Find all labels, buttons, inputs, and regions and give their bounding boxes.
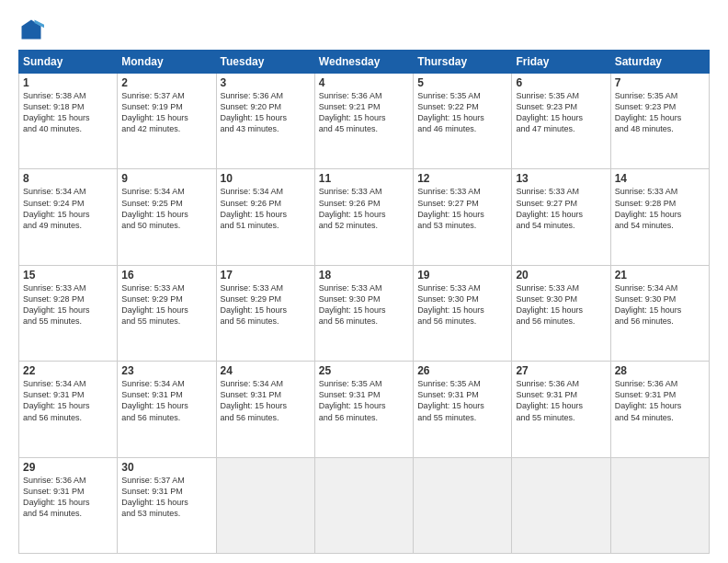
day-number: 13 — [516, 172, 606, 185]
day-number: 6 — [516, 76, 606, 89]
calendar-day-cell: 8Sunrise: 5:34 AMSunset: 9:24 PMDaylight… — [19, 169, 118, 265]
calendar-day-cell: 30Sunrise: 5:37 AMSunset: 9:31 PMDayligh… — [118, 457, 216, 553]
calendar-week-row: 8Sunrise: 5:34 AMSunset: 9:24 PMDaylight… — [19, 169, 710, 265]
calendar-day-cell: 14Sunrise: 5:33 AMSunset: 9:28 PMDayligh… — [610, 169, 709, 265]
calendar-day-cell — [216, 457, 314, 553]
calendar-day-cell: 28Sunrise: 5:36 AMSunset: 9:31 PMDayligh… — [610, 362, 709, 457]
day-info: Sunrise: 5:35 AMSunset: 9:31 PMDaylight:… — [319, 378, 409, 423]
day-info: Sunrise: 5:36 AMSunset: 9:31 PMDaylight:… — [23, 475, 113, 520]
calendar-day-cell: 5Sunrise: 5:35 AMSunset: 9:22 PMDaylight… — [414, 74, 512, 169]
calendar-day-cell: 25Sunrise: 5:35 AMSunset: 9:31 PMDayligh… — [314, 362, 413, 457]
day-info: Sunrise: 5:37 AMSunset: 9:31 PMDaylight:… — [121, 475, 211, 520]
day-info: Sunrise: 5:33 AMSunset: 9:26 PMDaylight:… — [319, 186, 409, 231]
day-info: Sunrise: 5:34 AMSunset: 9:30 PMDaylight:… — [615, 282, 705, 327]
calendar-day-cell: 13Sunrise: 5:33 AMSunset: 9:27 PMDayligh… — [512, 169, 610, 265]
day-info: Sunrise: 5:33 AMSunset: 9:27 PMDaylight:… — [417, 186, 507, 231]
day-info: Sunrise: 5:34 AMSunset: 9:31 PMDaylight:… — [221, 378, 311, 423]
day-info: Sunrise: 5:33 AMSunset: 9:30 PMDaylight:… — [516, 282, 606, 327]
day-info: Sunrise: 5:34 AMSunset: 9:26 PMDaylight:… — [221, 186, 311, 231]
day-number: 11 — [319, 172, 409, 185]
day-number: 3 — [221, 76, 311, 89]
calendar-day-cell: 3Sunrise: 5:36 AMSunset: 9:20 PMDaylight… — [216, 74, 314, 169]
day-info: Sunrise: 5:35 AMSunset: 9:23 PMDaylight:… — [615, 90, 705, 135]
calendar-day-header: Thursday — [414, 51, 512, 74]
day-number: 2 — [121, 76, 211, 89]
calendar-day-cell: 17Sunrise: 5:33 AMSunset: 9:29 PMDayligh… — [216, 265, 314, 361]
calendar-day-header: Saturday — [610, 51, 709, 74]
day-number: 19 — [417, 269, 507, 282]
day-number: 18 — [319, 269, 409, 282]
day-info: Sunrise: 5:33 AMSunset: 9:27 PMDaylight:… — [516, 186, 606, 231]
day-number: 16 — [121, 269, 211, 282]
calendar-day-header: Wednesday — [314, 51, 413, 74]
calendar-day-cell: 15Sunrise: 5:33 AMSunset: 9:28 PMDayligh… — [19, 265, 118, 361]
day-number: 29 — [23, 461, 113, 474]
calendar-week-row: 1Sunrise: 5:38 AMSunset: 9:18 PMDaylight… — [19, 74, 710, 169]
calendar-day-header: Sunday — [19, 51, 118, 74]
calendar-day-cell: 22Sunrise: 5:34 AMSunset: 9:31 PMDayligh… — [19, 362, 118, 457]
calendar-day-cell: 11Sunrise: 5:33 AMSunset: 9:26 PMDayligh… — [314, 169, 413, 265]
calendar-day-header: Friday — [512, 51, 610, 74]
header — [18, 17, 710, 42]
logo-icon — [18, 17, 44, 42]
day-number: 20 — [516, 269, 606, 282]
calendar-day-header: Monday — [118, 51, 216, 74]
day-number: 8 — [23, 172, 113, 185]
day-info: Sunrise: 5:36 AMSunset: 9:31 PMDaylight:… — [516, 378, 606, 423]
day-info: Sunrise: 5:35 AMSunset: 9:22 PMDaylight:… — [417, 90, 507, 135]
day-info: Sunrise: 5:38 AMSunset: 9:18 PMDaylight:… — [23, 90, 113, 135]
calendar-day-cell: 18Sunrise: 5:33 AMSunset: 9:30 PMDayligh… — [314, 265, 413, 361]
day-info: Sunrise: 5:33 AMSunset: 9:29 PMDaylight:… — [121, 282, 211, 327]
day-info: Sunrise: 5:34 AMSunset: 9:31 PMDaylight:… — [121, 378, 211, 423]
day-number: 30 — [121, 461, 211, 474]
day-info: Sunrise: 5:33 AMSunset: 9:30 PMDaylight:… — [417, 282, 507, 327]
day-number: 10 — [221, 172, 311, 185]
calendar-day-cell: 24Sunrise: 5:34 AMSunset: 9:31 PMDayligh… — [216, 362, 314, 457]
calendar-week-row: 29Sunrise: 5:36 AMSunset: 9:31 PMDayligh… — [19, 457, 710, 553]
calendar-day-cell: 16Sunrise: 5:33 AMSunset: 9:29 PMDayligh… — [118, 265, 216, 361]
day-number: 26 — [417, 364, 507, 377]
calendar-week-row: 22Sunrise: 5:34 AMSunset: 9:31 PMDayligh… — [19, 362, 710, 457]
day-info: Sunrise: 5:33 AMSunset: 9:29 PMDaylight:… — [221, 282, 311, 327]
calendar-day-cell: 6Sunrise: 5:35 AMSunset: 9:23 PMDaylight… — [512, 74, 610, 169]
day-number: 25 — [319, 364, 409, 377]
calendar-day-cell: 20Sunrise: 5:33 AMSunset: 9:30 PMDayligh… — [512, 265, 610, 361]
day-number: 4 — [319, 76, 409, 89]
day-number: 7 — [615, 76, 705, 89]
calendar-week-row: 15Sunrise: 5:33 AMSunset: 9:28 PMDayligh… — [19, 265, 710, 361]
day-info: Sunrise: 5:34 AMSunset: 9:25 PMDaylight:… — [121, 186, 211, 231]
calendar-day-cell — [414, 457, 512, 553]
day-info: Sunrise: 5:33 AMSunset: 9:28 PMDaylight:… — [615, 186, 705, 231]
day-number: 15 — [23, 269, 113, 282]
calendar-day-header: Tuesday — [216, 51, 314, 74]
day-info: Sunrise: 5:34 AMSunset: 9:24 PMDaylight:… — [23, 186, 113, 231]
day-info: Sunrise: 5:35 AMSunset: 9:31 PMDaylight:… — [417, 378, 507, 423]
day-info: Sunrise: 5:37 AMSunset: 9:19 PMDaylight:… — [121, 90, 211, 135]
day-number: 21 — [615, 269, 705, 282]
calendar-day-cell: 9Sunrise: 5:34 AMSunset: 9:25 PMDaylight… — [118, 169, 216, 265]
day-number: 14 — [615, 172, 705, 185]
calendar-day-cell: 19Sunrise: 5:33 AMSunset: 9:30 PMDayligh… — [414, 265, 512, 361]
day-info: Sunrise: 5:33 AMSunset: 9:30 PMDaylight:… — [319, 282, 409, 327]
page: SundayMondayTuesdayWednesdayThursdayFrid… — [0, 0, 728, 563]
day-number: 17 — [221, 269, 311, 282]
day-number: 27 — [516, 364, 606, 377]
day-number: 23 — [121, 364, 211, 377]
day-number: 24 — [221, 364, 311, 377]
logo — [18, 17, 48, 42]
calendar-day-cell: 1Sunrise: 5:38 AMSunset: 9:18 PMDaylight… — [19, 74, 118, 169]
calendar-day-cell: 12Sunrise: 5:33 AMSunset: 9:27 PMDayligh… — [414, 169, 512, 265]
day-number: 28 — [615, 364, 705, 377]
day-number: 9 — [121, 172, 211, 185]
day-info: Sunrise: 5:33 AMSunset: 9:28 PMDaylight:… — [23, 282, 113, 327]
calendar-table: SundayMondayTuesdayWednesdayThursdayFrid… — [18, 50, 710, 554]
day-number: 1 — [23, 76, 113, 89]
calendar-day-cell — [610, 457, 709, 553]
calendar-day-cell: 23Sunrise: 5:34 AMSunset: 9:31 PMDayligh… — [118, 362, 216, 457]
calendar-day-cell: 4Sunrise: 5:36 AMSunset: 9:21 PMDaylight… — [314, 74, 413, 169]
calendar-day-cell: 21Sunrise: 5:34 AMSunset: 9:30 PMDayligh… — [610, 265, 709, 361]
calendar-day-cell: 2Sunrise: 5:37 AMSunset: 9:19 PMDaylight… — [118, 74, 216, 169]
calendar-day-cell: 26Sunrise: 5:35 AMSunset: 9:31 PMDayligh… — [414, 362, 512, 457]
day-info: Sunrise: 5:36 AMSunset: 9:21 PMDaylight:… — [319, 90, 409, 135]
calendar-day-cell: 10Sunrise: 5:34 AMSunset: 9:26 PMDayligh… — [216, 169, 314, 265]
